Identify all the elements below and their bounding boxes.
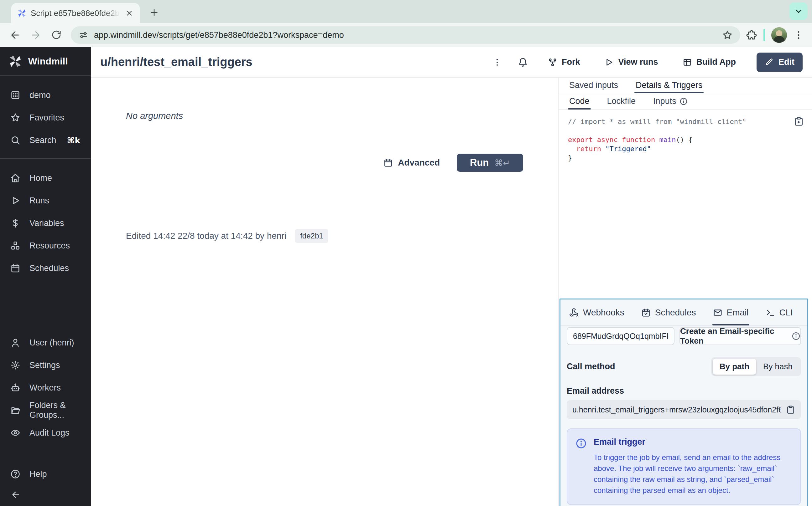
triggers-panel: Webhooks Schedules Email: [559, 299, 808, 506]
sidebar-item-folders-groups[interactable]: Folders & Groups...: [0, 399, 91, 422]
sidebar-item-favorites[interactable]: Favorites: [0, 106, 91, 129]
tab-close-icon[interactable]: [124, 8, 135, 18]
back-button[interactable]: [6, 26, 24, 44]
tab-label: Code: [569, 96, 590, 106]
sidebar-item-resources[interactable]: Resources: [0, 234, 91, 257]
windmill-favicon: [17, 9, 26, 17]
advanced-button[interactable]: Advanced: [384, 158, 440, 168]
sidebar-item-runs[interactable]: Runs: [0, 189, 91, 212]
tab-code[interactable]: Code: [569, 93, 590, 109]
extensions-puzzle-icon[interactable]: [746, 29, 757, 41]
browser-tab[interactable]: Script e857be88e0fde2b1 | W: [11, 3, 140, 23]
info-circle-icon: [679, 97, 688, 105]
browser-tab-strip: Script e857be88e0fde2b1 | W: [0, 0, 812, 23]
gear-icon: [10, 360, 21, 370]
email-address-field[interactable]: u.henri.test_email_triggers+mrsw23zlouxg…: [567, 400, 801, 419]
sidebar-item-user[interactable]: User (henri): [0, 331, 91, 354]
sidebar-brand[interactable]: Windmill: [0, 47, 91, 76]
run-section: No arguments Advanced Run ⌘↵ Edited 14:4: [91, 78, 558, 506]
tab-details-triggers[interactable]: Details & Triggers: [635, 78, 702, 93]
bell-icon[interactable]: [514, 54, 532, 71]
edit-label: Edit: [779, 57, 795, 67]
sidebar-item-home[interactable]: Home: [0, 167, 91, 189]
code-viewer: // import * as wmill from "windmill-clie…: [558, 109, 812, 170]
windmill-app: Windmill demo Favorites Search ⌘k: [0, 47, 812, 506]
tab-label: Inputs: [653, 96, 676, 106]
bookmark-star-icon[interactable]: [722, 30, 733, 40]
boxes-icon: [10, 240, 21, 251]
by-hash-option[interactable]: By hash: [756, 359, 800, 374]
workarea: No arguments Advanced Run ⌘↵ Edited 14:4: [91, 78, 812, 506]
chevron-down-icon: [794, 7, 803, 16]
sidebar-item-variables[interactable]: Variables: [0, 212, 91, 234]
folder-open-icon: [10, 405, 21, 416]
profile-separator: [763, 29, 765, 41]
tab-label: Email: [727, 308, 749, 318]
token-row: Create an Email-specific Token: [567, 327, 801, 345]
call-method-row: Call method By path By hash: [567, 357, 801, 376]
by-path-option[interactable]: By path: [713, 359, 756, 374]
forward-button[interactable]: [27, 26, 45, 44]
sidebar-item-search[interactable]: Search ⌘k: [0, 129, 91, 152]
tab-email[interactable]: Email: [713, 300, 749, 325]
sidebar-nav-group: Home Runs Variables Resources: [0, 159, 91, 286]
edited-row: Edited 14:42 22/8 today at 14:42 by henr…: [126, 229, 328, 243]
tab-search-chevron-button[interactable]: [790, 2, 808, 20]
build-app-button[interactable]: Build App: [674, 53, 744, 72]
version-hash-badge[interactable]: fde2b1: [295, 229, 328, 243]
copy-code-icon[interactable]: [794, 116, 804, 126]
sidebar-item-settings[interactable]: Settings: [0, 354, 91, 376]
view-runs-button[interactable]: View runs: [596, 53, 666, 72]
create-email-token-button[interactable]: Create an Email-specific Token: [679, 327, 801, 345]
build-app-label: Build App: [696, 57, 736, 67]
sidebar-item-label: Favorites: [29, 113, 64, 123]
calendar-icon: [384, 158, 393, 167]
sidebar-item-audit-logs[interactable]: Audit Logs: [0, 422, 91, 444]
toolbar-right: [746, 27, 806, 43]
sidebar-item-label: Resources: [29, 241, 70, 251]
tab-webhooks[interactable]: Webhooks: [569, 300, 624, 325]
browser-tab-title: Script e857be88e0fde2b1 | W: [31, 8, 120, 18]
browser-profile-avatar[interactable]: [771, 27, 787, 43]
calendar-icon: [10, 263, 21, 273]
sidebar-item-help[interactable]: Help: [0, 463, 91, 485]
sidebar-item-schedules[interactable]: Schedules: [0, 257, 91, 279]
browser-menu-kebab-icon[interactable]: [793, 30, 804, 40]
more-actions-kebab-icon[interactable]: [488, 54, 506, 71]
sidebar-item-workspace[interactable]: demo: [0, 84, 91, 106]
sidebar-collapse-button[interactable]: [0, 485, 91, 504]
info-title: Email trigger: [594, 437, 792, 447]
url-bar[interactable]: app.windmill.dev/scripts/get/e857be88e0f…: [71, 26, 740, 44]
app-layout-icon: [683, 58, 692, 67]
tab-cli[interactable]: CLI: [766, 300, 793, 325]
clipboard-copy-icon[interactable]: [786, 405, 795, 414]
tab-lockfile[interactable]: Lockfile: [607, 93, 636, 109]
star-icon: [10, 112, 21, 123]
run-button[interactable]: Run ⌘↵: [457, 154, 523, 172]
play-icon: [10, 195, 21, 206]
brand-name: Windmill: [28, 56, 68, 67]
call-method-toggle: By path By hash: [711, 357, 801, 376]
email-address-value: u.henri.test_email_triggers+mrsw23zlouxg…: [572, 405, 781, 414]
email-token-input[interactable]: [567, 327, 674, 345]
reload-button[interactable]: [48, 26, 65, 44]
webhook-icon: [569, 308, 579, 317]
sidebar-item-label: Variables: [29, 219, 64, 228]
edit-button[interactable]: Edit: [756, 53, 803, 72]
view-runs-label: View runs: [618, 57, 658, 67]
site-settings-icon[interactable]: [78, 30, 88, 40]
calendar-check-icon: [641, 308, 651, 317]
sidebar-item-label: demo: [29, 90, 51, 100]
tab-saved-inputs[interactable]: Saved inputs: [569, 78, 618, 93]
info-body: To trigger the job by email, send an ema…: [594, 452, 792, 496]
new-tab-button[interactable]: [146, 4, 162, 21]
tab-label: Schedules: [655, 308, 696, 318]
search-icon: [10, 135, 21, 146]
sidebar-item-workers[interactable]: Workers: [0, 376, 91, 399]
pencil-icon: [765, 58, 774, 67]
tab-schedules[interactable]: Schedules: [641, 300, 696, 325]
browser-toolbar: app.windmill.dev/scripts/get/e857be88e0f…: [0, 23, 812, 47]
search-shortcut: ⌘k: [67, 136, 80, 145]
tab-inputs[interactable]: Inputs: [653, 93, 688, 109]
fork-button[interactable]: Fork: [540, 53, 588, 72]
